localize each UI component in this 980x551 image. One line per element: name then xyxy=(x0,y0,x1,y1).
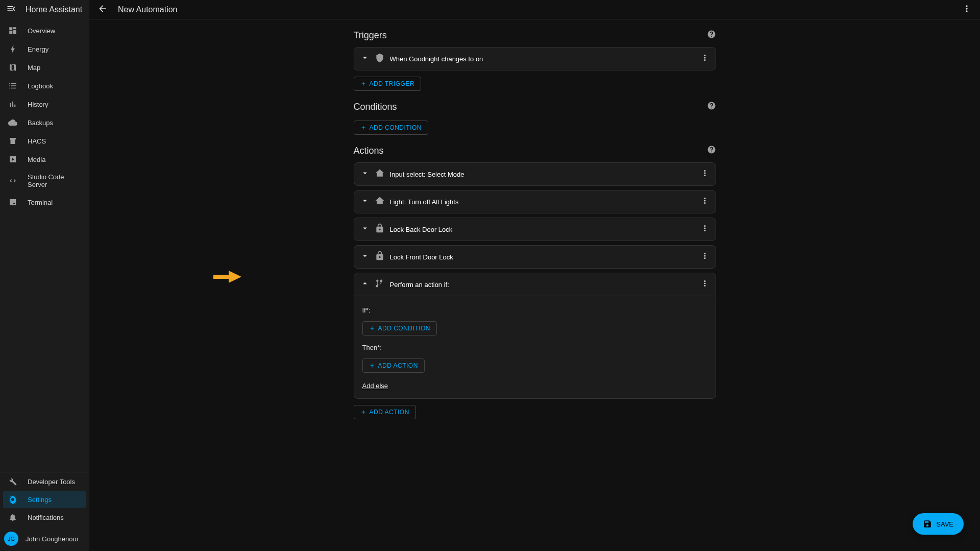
sidebar-item-label: Developer Tools xyxy=(28,478,75,486)
sidebar-item-label: Studio Code Server xyxy=(28,173,81,188)
button-label: Add Condition xyxy=(378,325,431,332)
top-bar: New Automation xyxy=(89,0,980,19)
dashboard-icon xyxy=(8,26,17,35)
content-area: Triggers When Goodnight changes to on Ad… xyxy=(89,19,980,551)
sidebar-item-code[interactable]: Studio Code Server xyxy=(3,169,86,193)
help-icon[interactable] xyxy=(707,145,716,156)
button-label: SAVE xyxy=(936,520,953,528)
if-label: If*: xyxy=(362,306,707,314)
sidebar-item-settings[interactable]: Settings xyxy=(3,491,86,508)
sidebar-item-media[interactable]: Media xyxy=(3,151,86,168)
sidebar-item-hacs[interactable]: HACS xyxy=(3,132,86,150)
sidebar-item-label: History xyxy=(28,101,48,108)
kebab-menu-icon[interactable] xyxy=(962,4,972,16)
sidebar-footer: Developer Tools Settings Notifications J… xyxy=(0,472,89,551)
card-title: When Goodnight changes to on xyxy=(390,55,695,63)
then-label: Then*: xyxy=(362,344,707,351)
if-block-body: If*: Add Condition Then*: Add Action Add… xyxy=(354,296,716,398)
sidebar-item-backups[interactable]: Backups xyxy=(3,114,86,131)
sidebar-item-label: Overview xyxy=(28,27,55,35)
bell-icon xyxy=(8,513,17,522)
actions-section-header: Actions xyxy=(354,145,716,156)
kebab-menu-icon[interactable] xyxy=(700,224,709,235)
page-title: New Automation xyxy=(118,5,951,14)
card-title: Lock Front Door Lock xyxy=(390,253,695,261)
sidebar: Home Assistant Overview Energy Map Logbo… xyxy=(0,0,89,551)
section-title: Triggers xyxy=(354,30,387,41)
add-condition-button[interactable]: Add Condition xyxy=(354,121,429,135)
help-icon[interactable] xyxy=(707,30,716,41)
chevron-down-icon[interactable] xyxy=(360,251,370,262)
section-title: Actions xyxy=(354,146,384,156)
chevron-up-icon[interactable] xyxy=(360,279,370,290)
chart-icon xyxy=(8,100,17,109)
sidebar-item-label: HACS xyxy=(28,137,46,145)
card-title: Perform an action if: xyxy=(390,281,695,289)
action-card-if: Perform an action if: If*: Add Condition… xyxy=(354,273,716,399)
chevron-down-icon[interactable] xyxy=(360,53,370,64)
button-label: Add Action xyxy=(378,362,418,369)
sidebar-item-energy[interactable]: Energy xyxy=(3,40,86,58)
button-label: Add Trigger xyxy=(370,80,415,87)
sidebar-item-label: Backups xyxy=(28,119,53,127)
chevron-down-icon[interactable] xyxy=(360,169,370,180)
chevron-down-icon[interactable] xyxy=(360,224,370,235)
device-icon xyxy=(375,53,385,65)
branch-icon xyxy=(375,278,385,291)
action-card: Lock Back Door Lock xyxy=(354,218,716,241)
cloud-icon xyxy=(8,118,17,127)
entity-icon xyxy=(375,168,385,180)
add-if-condition-button[interactable]: Add Condition xyxy=(362,321,437,336)
gear-icon xyxy=(8,495,17,504)
terminal-icon xyxy=(8,198,17,207)
sidebar-item-label: Notifications xyxy=(28,514,64,521)
card-title: Light: Turn off All Lights xyxy=(390,198,695,206)
triggers-section-header: Triggers xyxy=(354,30,716,41)
card-title: Lock Back Door Lock xyxy=(390,226,695,233)
user-name: John Goughenour xyxy=(26,535,79,543)
sidebar-item-devtools[interactable]: Developer Tools xyxy=(3,473,86,490)
wrench-icon xyxy=(8,477,17,486)
main-content: New Automation Triggers When Goodnight c… xyxy=(89,0,980,551)
media-icon xyxy=(8,155,17,164)
kebab-menu-icon[interactable] xyxy=(700,196,709,207)
kebab-menu-icon[interactable] xyxy=(700,279,709,290)
chevron-down-icon[interactable] xyxy=(360,196,370,207)
sidebar-item-label: Settings xyxy=(28,496,52,504)
conditions-section-header: Conditions xyxy=(354,101,716,112)
back-icon[interactable] xyxy=(97,4,108,16)
sidebar-item-logbook[interactable]: Logbook xyxy=(3,77,86,94)
add-trigger-button[interactable]: Add Trigger xyxy=(354,77,422,91)
add-action-button[interactable]: Add Action xyxy=(354,405,416,419)
sidebar-item-label: Energy xyxy=(28,45,48,53)
sidebar-item-history[interactable]: History xyxy=(3,95,86,113)
help-icon[interactable] xyxy=(707,101,716,112)
save-button[interactable]: SAVE xyxy=(913,513,964,535)
button-label: Add Condition xyxy=(370,124,422,131)
action-card: Light: Turn off All Lights xyxy=(354,190,716,213)
trigger-card: When Goodnight changes to on xyxy=(354,47,716,70)
lock-icon xyxy=(375,223,385,235)
action-card: Lock Front Door Lock xyxy=(354,245,716,269)
sidebar-item-terminal[interactable]: Terminal xyxy=(3,194,86,211)
sidebar-item-map[interactable]: Map xyxy=(3,59,86,76)
bolt-icon xyxy=(8,44,17,54)
sidebar-header: Home Assistant xyxy=(0,0,89,19)
kebab-menu-icon[interactable] xyxy=(700,169,709,180)
add-else-link[interactable]: Add else xyxy=(362,382,388,390)
kebab-menu-icon[interactable] xyxy=(700,53,709,64)
section-title: Conditions xyxy=(354,102,397,112)
sidebar-nav: Overview Energy Map Logbook History Back… xyxy=(0,19,89,472)
menu-toggle-icon[interactable] xyxy=(6,4,16,16)
lock-icon xyxy=(375,251,385,263)
card-title: Input select: Select Mode xyxy=(390,171,695,178)
add-then-action-button[interactable]: Add Action xyxy=(362,358,425,373)
sidebar-title: Home Assistant xyxy=(26,5,82,14)
sidebar-item-label: Map xyxy=(28,64,40,71)
sidebar-item-overview[interactable]: Overview xyxy=(3,22,86,39)
button-label: Add Action xyxy=(370,409,409,416)
sidebar-item-label: Terminal xyxy=(28,199,53,206)
kebab-menu-icon[interactable] xyxy=(700,251,709,262)
sidebar-user[interactable]: JG John Goughenour xyxy=(0,526,89,551)
sidebar-item-notifications[interactable]: Notifications xyxy=(3,509,86,526)
